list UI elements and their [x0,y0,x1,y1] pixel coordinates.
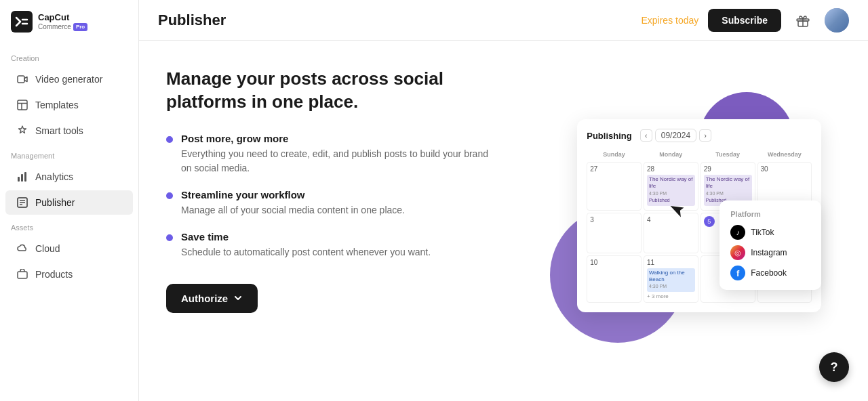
feature-text: Save time Schedule to automatically post… [181,231,431,259]
cal-nav: ‹ 09/2024 › [640,129,711,142]
cal-cell: 11 Walking on the Beach4:30 PM + 3 more [644,255,698,303]
svg-rect-2 [18,100,27,110]
feature-dot [166,192,173,199]
gift-icon-button[interactable] [791,8,815,33]
feature-title: Post more, grow more [181,133,490,144]
sidebar-item-label: Analytics [35,171,73,182]
authorize-button[interactable]: Authorize [166,284,258,313]
subscribe-button[interactable]: Subscribe [708,9,781,32]
platform-name: Instagram [751,248,787,257]
brand-product: Commerce Pro [38,23,87,31]
sidebar-item-products[interactable]: Products [5,262,133,287]
cal-more: + 3 more [647,293,695,299]
analytics-icon [16,171,28,183]
feature-dot [166,234,173,241]
cal-day-monday: Monday [644,149,698,160]
cal-cell: 10 [587,255,642,303]
cal-title: Publishing [587,131,631,141]
preview-container: Publishing ‹ 09/2024 › Sunday Monday Tue… [536,92,821,350]
feature-title: Streamline your workflow [181,189,405,200]
svg-rect-12 [18,272,27,278]
platform-item-instagram: ◎ Instagram [730,245,810,260]
help-icon: ? [831,360,838,375]
products-icon [16,268,28,280]
authorize-label: Authorize [181,293,228,304]
feature-title: Save time [181,231,431,242]
sidebar: CapCut Commerce Pro Creation Video gener… [0,0,139,401]
sidebar-item-analytics[interactable]: Analytics [5,165,133,189]
sidebar-item-label: Video generator [35,74,102,85]
header: Publisher Expires today Subscribe [139,0,868,41]
feature-text: Streamline your workflow Manage all of y… [181,189,405,217]
logo-text: CapCut Commerce Pro [38,12,87,31]
main-headline: Manage your posts across social platform… [166,68,490,114]
sidebar-item-label: Products [35,269,73,280]
user-avatar[interactable] [825,8,849,33]
sidebar-item-label: Cloud [35,243,60,254]
cloud-icon [16,242,28,255]
cal-event: The Nordic way of life4:30 PMPublished [647,175,695,206]
sidebar-item-label: Smart tools [35,125,83,136]
sidebar-item-templates[interactable]: Templates [5,93,133,117]
logo-icon [11,11,33,33]
section-assets: Assets [0,215,138,236]
platform-name: TikTok [751,228,774,237]
video-icon [16,73,28,85]
facebook-icon: f [730,266,745,280]
cal-cell: 3 [587,213,642,253]
sidebar-item-smart-tools[interactable]: Smart tools [5,119,133,143]
template-icon [16,99,28,111]
cal-day-wednesday: Wednesday [757,149,812,160]
feature-dot [166,136,173,143]
logo: CapCut Commerce Pro [0,11,138,46]
cal-prev-button[interactable]: ‹ [640,129,652,142]
cal-date: 09/2024 [655,129,696,142]
feature-item-1: Streamline your workflow Manage all of y… [166,189,490,217]
content-left: Manage your posts across social platform… [166,68,490,374]
page-title: Publisher [158,12,226,29]
cal-day-tuesday: Tuesday [701,149,755,160]
feature-item-2: Save time Schedule to automatically post… [166,231,490,259]
svg-rect-0 [11,11,33,33]
svg-rect-7 [24,172,26,182]
tiktok-icon: ♪ [730,225,745,240]
help-button[interactable]: ? [819,352,849,382]
svg-rect-5 [18,177,20,182]
header-actions: Expires today Subscribe [641,8,849,33]
section-creation: Creation [0,46,138,66]
brand-name: CapCut [38,12,87,23]
svg-rect-1 [18,76,24,83]
instagram-icon: ◎ [730,245,745,260]
expires-label: Expires today [641,15,698,26]
content-right: Publishing ‹ 09/2024 › Sunday Monday Tue… [517,68,842,374]
feature-item-0: Post more, grow more Everything you need… [166,133,490,175]
sidebar-item-label: Templates [35,100,79,110]
feature-desc: Everything you need to create, edit, and… [181,147,490,175]
feature-desc: Schedule to automatically post content w… [181,245,431,259]
content-area: Manage your posts across social platform… [139,41,868,401]
cal-cell: 27 [587,162,642,211]
main-area: Publisher Expires today Subscribe Manage… [139,0,868,401]
section-management: Management [0,144,138,164]
platform-popup-title: Platform [730,210,810,218]
svg-rect-6 [21,174,23,182]
gift-icon [795,13,810,28]
smart-icon [16,125,28,137]
sidebar-item-cloud[interactable]: Cloud [5,236,133,261]
publisher-icon [16,196,28,209]
platform-item-tiktok: ♪ TikTok [730,225,810,240]
cal-next-button[interactable]: › [699,129,711,142]
feature-list: Post more, grow more Everything you need… [166,133,490,259]
cal-day-sunday: Sunday [587,149,642,160]
platform-item-facebook: f Facebook [730,266,810,280]
platform-name: Facebook [751,268,787,278]
platform-popup: Platform ♪ TikTok ◎ Instagram f Facebook [719,200,821,290]
feature-text: Post more, grow more Everything you need… [181,133,490,175]
cal-event: Walking on the Beach4:30 PM [647,268,695,292]
pro-badge: Pro [73,23,87,31]
feature-desc: Manage all of your social media content … [181,203,405,217]
chevron-down-icon [233,293,243,303]
cal-header: Publishing ‹ 09/2024 › [587,129,812,142]
sidebar-item-video-generator[interactable]: Video generator [5,67,133,91]
sidebar-item-publisher[interactable]: Publisher [5,190,133,215]
